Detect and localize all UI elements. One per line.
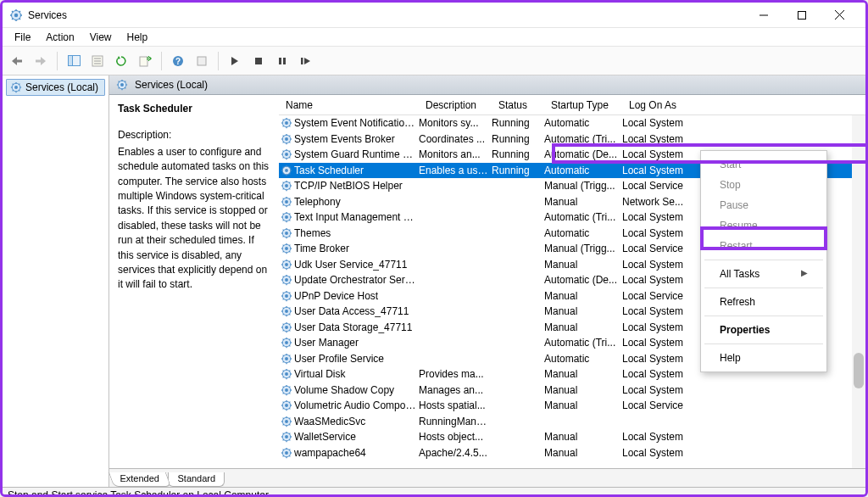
cell-name: Volume Shadow Copy — [294, 384, 419, 396]
cell-logon: Local System — [622, 431, 700, 443]
svg-rect-15 — [36, 59, 41, 62]
cell-startup: Manual — [544, 399, 622, 411]
cell-name: User Data Storage_47711 — [294, 321, 419, 333]
cell-startup: Manual — [457, 416, 490, 427]
toolbar: ? — [3, 47, 865, 75]
service-icon — [279, 117, 294, 129]
help-toolbar-button[interactable]: ? — [169, 52, 187, 70]
service-icon — [279, 165, 294, 176]
menu-help[interactable]: Help — [120, 30, 155, 45]
cell-logon: Local System — [622, 165, 700, 176]
cell-logon: Local System — [622, 274, 700, 286]
ctx-separator — [704, 343, 823, 344]
cell-startup: Automatic (Tri... — [544, 211, 622, 223]
cell-logon: Local System — [490, 416, 492, 427]
ctx-resume[interactable]: Resume — [703, 215, 825, 236]
table-row[interactable]: System Events BrokerCoordinates ...Runni… — [279, 131, 865, 148]
col-logon-as[interactable]: Log On As — [622, 99, 700, 111]
ctx-all-tasks[interactable]: All Tasks▶ — [703, 264, 825, 284]
cell-startup: Automatic (De... — [544, 148, 622, 160]
ctx-separator — [704, 260, 823, 260]
cell-description: Enables a use... — [419, 165, 492, 176]
menu-view[interactable]: View — [83, 30, 119, 45]
cell-logon: Local System — [622, 117, 700, 129]
refresh-toolbar-button[interactable] — [112, 52, 131, 70]
tree-node-services-local[interactable]: Services (Local) — [6, 79, 105, 96]
service-icon — [279, 211, 294, 223]
pause-service-button[interactable] — [273, 52, 292, 70]
service-icon — [279, 196, 294, 208]
tree-node-label: Services (Local) — [25, 81, 98, 93]
table-row[interactable]: WalletServiceHosts object...ManualLocal … — [279, 429, 865, 445]
toolbar-separator — [57, 52, 58, 70]
minimize-button[interactable] — [744, 3, 782, 27]
maximize-button[interactable] — [782, 3, 821, 27]
cell-description: Provides ma... — [419, 368, 492, 380]
restart-service-button[interactable] — [297, 52, 315, 70]
col-startup-type[interactable]: Startup Type — [544, 99, 622, 111]
properties-toolbar-button[interactable] — [88, 52, 107, 70]
show-hide-tree-button[interactable] — [64, 52, 83, 70]
cell-status: Running — [492, 117, 544, 129]
col-status[interactable]: Status — [492, 99, 544, 111]
table-row[interactable]: System Event Notification S...Monitors s… — [279, 115, 865, 131]
forward-button[interactable] — [31, 52, 50, 70]
service-icon — [279, 259, 294, 271]
unknown-toolbar-button[interactable] — [192, 52, 211, 70]
svg-rect-27 — [279, 58, 281, 64]
table-row[interactable]: wampapache64Apache/2.4.5...ManualLocal S… — [279, 445, 865, 461]
cell-name: Task Scheduler — [294, 165, 419, 176]
col-description[interactable]: Description — [419, 99, 492, 111]
ctx-refresh[interactable]: Refresh — [703, 292, 825, 312]
tab-standard[interactable]: Standard — [168, 472, 225, 487]
cell-name: WalletService — [294, 431, 419, 443]
ctx-start[interactable]: Start — [703, 154, 825, 175]
cell-name: Themes — [294, 227, 419, 239]
ctx-properties[interactable]: Properties — [703, 320, 825, 340]
detail-header-label: Services (Local) — [135, 79, 208, 91]
cell-name: Virtual Disk — [294, 368, 419, 380]
cell-description: Hosts object... — [419, 431, 492, 443]
service-icon — [279, 290, 294, 302]
submenu-arrow-icon: ▶ — [801, 268, 808, 277]
table-row[interactable]: WaaSMedicSvcRunningManualLocal System — [279, 414, 865, 430]
svg-rect-22 — [140, 57, 147, 66]
cell-logon: Local Service — [622, 243, 700, 254]
detail-column: Task Scheduler Description: Enables a us… — [109, 95, 279, 468]
ctx-pause[interactable]: Pause — [703, 195, 825, 215]
cell-startup: Manual — [544, 447, 622, 459]
cell-logon: Local System — [622, 148, 700, 160]
table-row[interactable]: Volume Shadow CopyManages an...ManualLoc… — [279, 383, 865, 399]
tab-extended[interactable]: Extended — [108, 472, 172, 487]
menu-action[interactable]: Action — [39, 30, 81, 45]
svg-rect-14 — [17, 59, 22, 62]
ctx-stop[interactable]: Stop — [703, 175, 825, 195]
start-service-button[interactable] — [225, 52, 244, 70]
cell-name: Time Broker — [294, 243, 419, 254]
cell-status: Running — [492, 148, 544, 160]
vertical-scrollbar[interactable] — [852, 115, 865, 468]
cell-startup: Automatic (Tri... — [544, 337, 622, 349]
back-button[interactable] — [8, 52, 26, 70]
cell-name: Text Input Management Ser... — [294, 211, 419, 223]
ctx-restart[interactable]: Restart — [703, 236, 825, 256]
col-name[interactable]: Name — [279, 99, 419, 111]
close-button[interactable] — [821, 3, 859, 27]
cell-logon: Local System — [622, 321, 700, 333]
svg-rect-11 — [798, 11, 805, 19]
service-icon — [279, 384, 294, 396]
ctx-separator — [704, 316, 823, 316]
menu-file[interactable]: File — [8, 30, 37, 45]
ctx-help[interactable]: Help — [703, 348, 825, 368]
table-row[interactable]: Volumetric Audio Composit...Hosts spatia… — [279, 398, 865, 414]
scrollbar-thumb[interactable] — [854, 353, 864, 388]
cell-startup: Automatic — [544, 117, 622, 129]
stop-service-button[interactable] — [249, 52, 268, 70]
svg-text:?: ? — [175, 57, 181, 66]
cell-description: Manages an... — [419, 384, 492, 396]
service-icon — [279, 399, 294, 411]
description-text: Enables a user to configure and schedule… — [118, 145, 270, 293]
export-list-button[interactable] — [136, 52, 154, 70]
column-headers: Name Description Status Startup Type Log… — [279, 95, 865, 115]
cell-name: wampapache64 — [294, 447, 419, 459]
